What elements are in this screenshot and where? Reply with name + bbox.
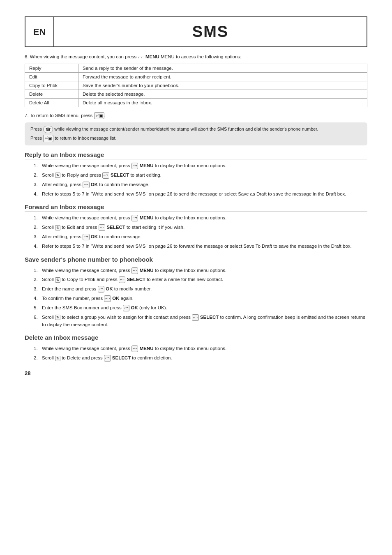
delete-section-header: Delete an Inbox message <box>25 334 367 342</box>
page-title: SMS <box>54 17 367 46</box>
call-icon: ☎ <box>43 126 53 133</box>
section7-text: 7. To return to SMS menu, press ⏎▣. <box>25 112 367 119</box>
menu-option-desc: Delete all messages in the Inbox. <box>78 98 367 107</box>
language-label: EN <box>25 17 54 46</box>
menu-option-desc: Save the sender's number to your phonebo… <box>78 81 367 90</box>
page-content: 6. When viewing the message content, you… <box>25 47 367 382</box>
menu-options-table: ReplySend a reply to the sender of the m… <box>25 64 367 107</box>
list-item: 5.Enter the SMS Box number and press ⌐¬ … <box>34 304 367 312</box>
menu-option-label: Reply <box>25 64 78 72</box>
menu-option-label: Delete <box>25 90 78 98</box>
reply-section-header: Reply to an Inbox message <box>25 151 367 159</box>
list-item: 2.Scroll ⇅ to Edit and press ⌐¬ SELECT t… <box>34 224 367 231</box>
table-row: DeleteDelete the selected message. <box>25 90 367 98</box>
list-item: 4.To confirm the number, press ⌐¬ OK aga… <box>34 295 367 302</box>
back-icon: ⏎▣ <box>43 135 53 142</box>
list-item: 2.Scroll ⇅ to Reply and press ⌐¬ SELECT … <box>34 172 367 179</box>
menu-option-desc: Send a reply to the sender of the messag… <box>78 64 367 72</box>
list-item: 3.Enter the name and press ⌐¬ OK to modi… <box>34 286 367 293</box>
table-row: EditForward the message to another recip… <box>25 72 367 81</box>
scroll-icon: ⇅ <box>55 315 60 320</box>
list-item: 1.While viewing the message content, pre… <box>34 345 367 352</box>
section6-intro: 6. When viewing the message content, you… <box>25 53 367 61</box>
scroll-icon: ⇅ <box>55 277 60 283</box>
table-row: Delete AllDelete all messages in the Inb… <box>25 98 367 107</box>
menu-option-desc: Forward the message to another recipient… <box>78 72 367 81</box>
list-item: 4.Refer to steps 5 to 7 in "Write and se… <box>34 191 367 198</box>
list-item: 2.Scroll ⇅ to Copy to Phbk and press ⌐¬ … <box>34 276 367 283</box>
forward-list: 1.While viewing the message content, pre… <box>34 214 367 250</box>
reply-list: 1.While viewing the message content, pre… <box>34 162 367 198</box>
menu-option-label: Copy to Phbk <box>25 81 78 90</box>
list-item: 6.Scroll ⇅ to select a group you wish to… <box>34 314 367 329</box>
scroll-icon: ⇅ <box>55 356 60 361</box>
list-item: 2.Scroll ⇅ to Delete and press ⌐¬ SELECT… <box>34 355 367 362</box>
menu-key-icon: ⌐¬ <box>138 53 144 61</box>
scroll-icon: ⇅ <box>55 173 60 178</box>
note-box: Press ☎ while viewing the message conten… <box>25 122 367 145</box>
list-item: 1.While viewing the message content, pre… <box>34 214 367 222</box>
list-item: 1.While viewing the message content, pre… <box>34 162 367 170</box>
table-row: Copy to PhbkSave the sender's number to … <box>25 81 367 90</box>
save-list: 1.While viewing the message content, pre… <box>34 267 367 329</box>
menu-option-label: Edit <box>25 72 78 81</box>
menu-option-label: Delete All <box>25 98 78 107</box>
page-number: 28 <box>25 370 367 376</box>
list-item: 1.While viewing the message content, pre… <box>34 267 367 274</box>
list-item: 3.After editing, press ⌐¬ OK to confirm … <box>34 233 367 241</box>
list-item: 4.Refer to steps 5 to 7 in "Write and se… <box>34 243 367 250</box>
page-header: EN SMS <box>25 16 367 47</box>
scroll-icon: ⇅ <box>55 225 60 230</box>
forward-section-header: Forward an Inbox message <box>25 203 367 212</box>
list-item: 3.After editing, press ⌐¬ OK to confirm … <box>34 181 367 189</box>
table-row: ReplySend a reply to the sender of the m… <box>25 64 367 72</box>
save-section-header: Save sender's phone number to phonebook <box>25 256 367 264</box>
menu-option-desc: Delete the selected message. <box>78 90 367 98</box>
delete-list: 1.While viewing the message content, pre… <box>34 345 367 362</box>
